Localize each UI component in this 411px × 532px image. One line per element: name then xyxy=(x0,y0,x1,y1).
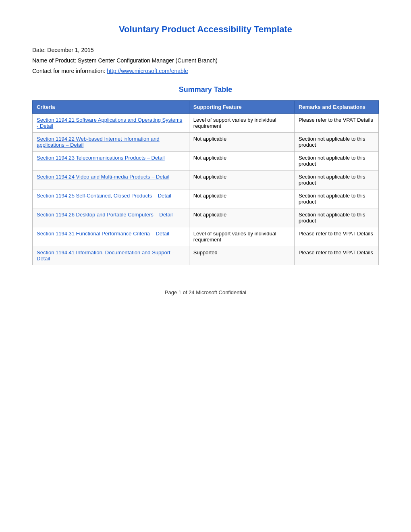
criteria-cell: Section 1194.24 Video and Multi-media Pr… xyxy=(33,170,189,189)
supporting-cell: Level of support varies by individual re… xyxy=(189,227,294,246)
table-row: Section 1194.41 Information, Documentati… xyxy=(33,246,379,265)
remarks-cell: Please refer to the VPAT Details xyxy=(294,114,378,133)
supporting-cell: Not applicable xyxy=(189,152,294,170)
remarks-cell: Section not applicable to this product xyxy=(294,133,378,152)
criteria-link[interactable]: Section 1194.23 Telecommunications Produ… xyxy=(37,155,165,161)
criteria-cell: Section 1194.41 Information, Documentati… xyxy=(33,246,189,265)
date-info: Date: December 1, 2015 xyxy=(32,47,379,53)
contact-link[interactable]: http://www.microsoft.com/enable xyxy=(107,68,188,74)
criteria-link[interactable]: Section 1194.21 Software Applications an… xyxy=(37,117,182,129)
criteria-link[interactable]: Section 1194.31 Functional Performance C… xyxy=(37,231,169,237)
product-label: Name of Product: System Center Configura… xyxy=(32,57,218,64)
footer-text: Page 1 of 24 Microsoft Confidential xyxy=(165,289,246,295)
criteria-cell: Section 1194.26 Desktop and Portable Com… xyxy=(33,208,189,227)
supporting-cell: Supported xyxy=(189,246,294,265)
col-header-remarks: Remarks and Explanations xyxy=(294,101,378,114)
remarks-cell: Section not applicable to this product xyxy=(294,152,378,170)
criteria-cell: Section 1194.22 Web-based Internet infor… xyxy=(33,133,189,152)
page-footer: Page 1 of 24 Microsoft Confidential xyxy=(32,289,379,295)
criteria-cell: Section 1194.21 Software Applications an… xyxy=(33,114,189,133)
supporting-cell: Not applicable xyxy=(189,170,294,189)
supporting-cell: Not applicable xyxy=(189,189,294,208)
contact-info: Contact for more information: http://www… xyxy=(32,68,379,74)
table-header-row: Criteria Supporting Feature Remarks and … xyxy=(33,101,379,114)
product-info: Name of Product: System Center Configura… xyxy=(32,57,379,64)
criteria-link[interactable]: Section 1194.26 Desktop and Portable Com… xyxy=(37,212,172,218)
criteria-cell: Section 1194.25 Self-Contained, Closed P… xyxy=(33,189,189,208)
criteria-cell: Section 1194.31 Functional Performance C… xyxy=(33,227,189,246)
date-label: Date: December 1, 2015 xyxy=(32,47,94,53)
remarks-cell: Please refer to the VPAT Details xyxy=(294,246,378,265)
page-title: Voluntary Product Accessibility Template xyxy=(32,24,379,35)
table-row: Section 1194.23 Telecommunications Produ… xyxy=(33,152,379,170)
table-row: Section 1194.26 Desktop and Portable Com… xyxy=(33,208,379,227)
supporting-cell: Not applicable xyxy=(189,133,294,152)
supporting-cell: Not applicable xyxy=(189,208,294,227)
summary-table: Criteria Supporting Feature Remarks and … xyxy=(32,100,379,265)
remarks-cell: Section not applicable to this product xyxy=(294,170,378,189)
remarks-cell: Section not applicable to this product xyxy=(294,189,378,208)
table-row: Section 1194.21 Software Applications an… xyxy=(33,114,379,133)
table-row: Section 1194.25 Self-Contained, Closed P… xyxy=(33,189,379,208)
criteria-link[interactable]: Section 1194.41 Information, Documentati… xyxy=(37,249,175,262)
table-row: Section 1194.31 Functional Performance C… xyxy=(33,227,379,246)
criteria-link[interactable]: Section 1194.25 Self-Contained, Closed P… xyxy=(37,193,171,199)
criteria-link[interactable]: Section 1194.22 Web-based Internet infor… xyxy=(37,136,160,148)
contact-label: Contact for more information: xyxy=(32,68,105,74)
supporting-cell: Level of support varies by individual re… xyxy=(189,114,294,133)
remarks-cell: Section not applicable to this product xyxy=(294,208,378,227)
col-header-criteria: Criteria xyxy=(33,101,189,114)
criteria-link[interactable]: Section 1194.24 Video and Multi-media Pr… xyxy=(37,174,169,180)
col-header-supporting: Supporting Feature xyxy=(189,101,294,114)
table-row: Section 1194.24 Video and Multi-media Pr… xyxy=(33,170,379,189)
criteria-cell: Section 1194.23 Telecommunications Produ… xyxy=(33,152,189,170)
table-row: Section 1194.22 Web-based Internet infor… xyxy=(33,133,379,152)
remarks-cell: Please refer to the VPAT Details xyxy=(294,227,378,246)
summary-table-title: Summary Table xyxy=(32,85,379,94)
